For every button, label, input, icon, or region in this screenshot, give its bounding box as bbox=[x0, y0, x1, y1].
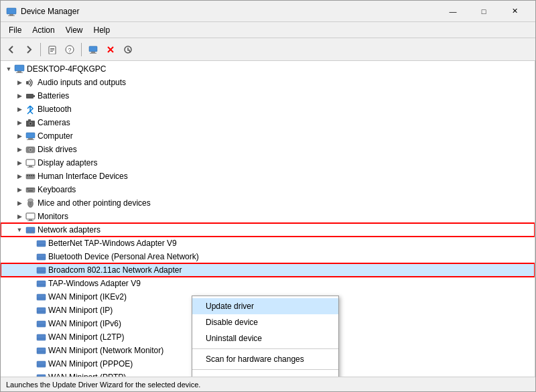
svg-rect-50 bbox=[29, 219, 32, 220]
batteries-icon bbox=[25, 90, 36, 101]
keyboards-expand-icon[interactable]: ▶ bbox=[14, 184, 25, 195]
toolbar: ? bbox=[1, 38, 535, 61]
svg-rect-40 bbox=[27, 188, 28, 190]
help-button[interactable]: ? bbox=[62, 42, 78, 58]
tree-item-broadcom[interactable]: ▶ Broadcom 802.11ac Network Adapter bbox=[1, 263, 535, 277]
hid-expand-icon[interactable]: ▶ bbox=[14, 171, 25, 182]
computer-label: Computer bbox=[38, 131, 73, 141]
svg-rect-4 bbox=[50, 48, 54, 49]
svg-rect-52 bbox=[26, 227, 35, 233]
svg-rect-11 bbox=[90, 53, 96, 54]
tree-item-tap[interactable]: ▶ TAP-Windows Adapter V9 bbox=[1, 277, 535, 290]
tree-item-hid[interactable]: ▶ Human Interface Devices bbox=[1, 170, 535, 183]
menu-file[interactable]: File bbox=[3, 23, 27, 37]
status-text: Launches the Update Driver Wizard for th… bbox=[6, 381, 200, 389]
mice-expand-icon[interactable]: ▶ bbox=[14, 198, 25, 208]
network-expand-icon[interactable]: ▼ bbox=[14, 224, 25, 235]
svg-rect-16 bbox=[17, 71, 21, 72]
wan-ipv6-icon bbox=[36, 318, 46, 329]
tree-item-bluetooth[interactable]: ▶ Bluetooth bbox=[1, 103, 535, 116]
tree-item-bt-device[interactable]: ▶ Bluetooth Device (Personal Area Networ… bbox=[1, 250, 535, 263]
wan-l2tp-icon bbox=[36, 332, 46, 342]
tree-root[interactable]: ▼ DESKTOP-4FQKGPC bbox=[1, 62, 535, 76]
monitors-expand-icon[interactable]: ▶ bbox=[14, 211, 25, 222]
menu-help[interactable]: Help bbox=[88, 23, 116, 37]
svg-rect-33 bbox=[27, 167, 34, 168]
tree-item-cameras[interactable]: ▶ Cameras bbox=[1, 116, 535, 129]
menu-action[interactable]: Action bbox=[27, 23, 60, 37]
display-expand-icon[interactable]: ▶ bbox=[14, 157, 25, 168]
cameras-expand-icon[interactable]: ▶ bbox=[14, 117, 25, 128]
computer-button[interactable] bbox=[85, 42, 101, 58]
tree-item-audio[interactable]: ▶ Audio inputs and outputs bbox=[1, 76, 535, 89]
batteries-label: Batteries bbox=[38, 91, 69, 101]
bluetooth-icon bbox=[25, 104, 36, 115]
monitors-label: Monitors bbox=[38, 212, 68, 221]
wan-netmon-icon bbox=[36, 345, 46, 356]
root-expand-icon[interactable]: ▼ bbox=[3, 64, 14, 74]
wan-pptp-icon bbox=[36, 372, 46, 377]
svg-point-23 bbox=[29, 123, 31, 125]
svg-rect-62 bbox=[37, 281, 46, 287]
context-menu: Update driver Disable device Uninstall d… bbox=[192, 296, 339, 377]
forward-button[interactable] bbox=[21, 42, 37, 58]
svg-rect-58 bbox=[37, 254, 46, 260]
properties-button[interactable] bbox=[44, 42, 60, 58]
tree-item-display[interactable]: ▶ Display adapters bbox=[1, 156, 535, 170]
tree-item-keyboards[interactable]: ▶ Keyboards bbox=[1, 183, 535, 196]
svg-rect-55 bbox=[31, 232, 34, 233]
ctx-disable-device[interactable]: Disable device bbox=[192, 314, 338, 330]
tap-label: TAP-Windows Adapter V9 bbox=[48, 279, 141, 288]
menu-view[interactable]: View bbox=[60, 23, 88, 37]
svg-rect-26 bbox=[28, 138, 33, 139]
display-label: Display adapters bbox=[38, 158, 97, 168]
tree-item-disk[interactable]: ▶ Disk drives bbox=[1, 143, 535, 156]
minimize-button[interactable]: — bbox=[438, 1, 468, 22]
batteries-expand-icon[interactable]: ▶ bbox=[14, 90, 25, 101]
maximize-button[interactable]: □ bbox=[468, 1, 499, 22]
network-adapters-label: Network adapters bbox=[38, 225, 100, 235]
statusbar: Launches the Update Driver Wizard for th… bbox=[1, 377, 535, 391]
keyboards-icon bbox=[25, 184, 36, 195]
ctx-update-driver[interactable]: Update driver bbox=[192, 298, 338, 314]
close-button[interactable]: ✕ bbox=[499, 1, 530, 22]
ctx-uninstall-device[interactable]: Uninstall device bbox=[192, 330, 338, 346]
tree-item-monitors[interactable]: ▶ Monitors bbox=[1, 210, 535, 223]
device-tree[interactable]: ▼ DESKTOP-4FQKGPC ▶ bbox=[1, 61, 535, 377]
toolbar-separator-1 bbox=[40, 43, 41, 56]
svg-rect-72 bbox=[37, 348, 46, 354]
tree-item-betternet[interactable]: ▶ BetterNet TAP-Windows Adapter V9 bbox=[1, 237, 535, 250]
monitors-icon bbox=[25, 211, 36, 222]
svg-text:?: ? bbox=[68, 47, 71, 54]
back-button[interactable] bbox=[3, 42, 19, 58]
computer-expand-icon[interactable]: ▶ bbox=[14, 131, 25, 141]
wan-netmon-label: WAN Miniport (Network Monitor) bbox=[48, 346, 163, 355]
comp-icon bbox=[25, 131, 36, 141]
audio-expand-icon[interactable]: ▶ bbox=[14, 77, 25, 88]
disk-expand-icon[interactable]: ▶ bbox=[14, 144, 25, 155]
svg-rect-49 bbox=[26, 213, 35, 219]
window-title: Device Manager bbox=[21, 7, 438, 16]
keyboards-label: Keyboards bbox=[38, 185, 76, 194]
update-button[interactable] bbox=[120, 42, 136, 58]
tree-item-network-adapters[interactable]: ▼ Network adapters bbox=[1, 223, 535, 237]
audio-icon bbox=[25, 77, 36, 88]
bluetooth-expand-icon[interactable]: ▶ bbox=[14, 104, 25, 115]
ctx-properties[interactable]: Properties bbox=[192, 372, 338, 377]
hid-label: Human Interface Devices bbox=[38, 172, 128, 181]
wan-ip-label: WAN Miniport (IP) bbox=[48, 306, 113, 315]
tree-item-computer[interactable]: ▶ Computer bbox=[1, 129, 535, 143]
tree-item-mice[interactable]: ▶ Mice and other pointing devices bbox=[1, 196, 535, 210]
ctx-scan-hardware[interactable]: Scan for hardware changes bbox=[192, 351, 338, 367]
broadcom-icon bbox=[36, 265, 46, 275]
svg-rect-37 bbox=[31, 175, 32, 176]
uninstall-button[interactable] bbox=[103, 42, 119, 58]
svg-rect-24 bbox=[28, 119, 31, 121]
tree-item-batteries[interactable]: ▶ Batteries bbox=[1, 89, 535, 103]
svg-rect-43 bbox=[31, 188, 33, 190]
svg-rect-74 bbox=[37, 361, 46, 367]
titlebar: Device Manager — □ ✕ bbox=[1, 1, 535, 22]
svg-rect-56 bbox=[37, 241, 46, 247]
svg-rect-38 bbox=[33, 175, 34, 176]
wan-ikev2-icon bbox=[36, 291, 46, 302]
